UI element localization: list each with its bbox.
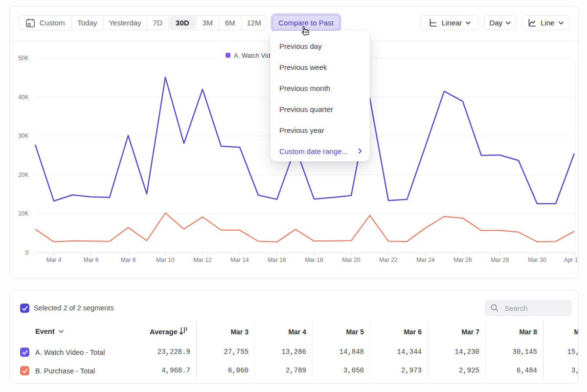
svg-text:0: 0 <box>25 249 29 256</box>
svg-text:Mar 24: Mar 24 <box>416 257 435 263</box>
svg-text:Mar 18: Mar 18 <box>305 257 323 263</box>
svg-text:Mar 20: Mar 20 <box>342 257 361 263</box>
svg-text:Mar 16: Mar 16 <box>268 257 286 263</box>
svg-text:30K: 30K <box>18 132 28 139</box>
svg-text:Mar 14: Mar 14 <box>230 257 249 263</box>
svg-text:10K: 10K <box>18 210 28 217</box>
svg-text:Mar 22: Mar 22 <box>379 257 398 263</box>
svg-text:Mar 10: Mar 10 <box>156 257 175 263</box>
svg-text:Mar 8: Mar 8 <box>121 257 136 263</box>
svg-text:Mar 6: Mar 6 <box>84 257 99 263</box>
svg-text:Mar 30: Mar 30 <box>528 257 546 263</box>
svg-text:Apr 1: Apr 1 <box>564 257 578 263</box>
svg-text:Mar 12: Mar 12 <box>193 257 212 263</box>
svg-text:20K: 20K <box>18 172 28 178</box>
svg-text:40K: 40K <box>18 94 28 101</box>
svg-text:50K: 50K <box>18 55 28 62</box>
svg-text:Mar 28: Mar 28 <box>491 257 509 263</box>
svg-text:Mar 26: Mar 26 <box>453 257 472 263</box>
svg-text:Mar 4: Mar 4 <box>46 257 62 263</box>
